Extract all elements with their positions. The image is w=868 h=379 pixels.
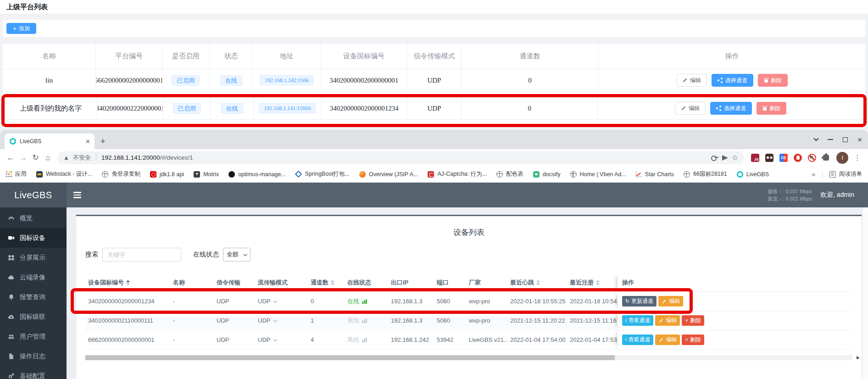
browser-menu-icon[interactable]: ⋮ xyxy=(854,153,861,162)
bookmarks-overflow-icon[interactable]: » xyxy=(812,171,815,178)
extensions-puzzle-icon[interactable] xyxy=(823,155,829,161)
bookmark-item[interactable]: Home | Vben Ad... xyxy=(570,171,626,178)
adblock-hand-icon[interactable] xyxy=(794,154,802,162)
select-channel-button[interactable]: 选择通道 xyxy=(712,74,753,87)
view-channels-button[interactable]: i查看通道 xyxy=(622,315,653,326)
apps-grid-icon xyxy=(6,171,12,177)
delete-button[interactable]: 删除 xyxy=(758,74,788,87)
page-title: 上级平台列表 xyxy=(0,0,868,14)
col-header-device-id[interactable]: 设备国标编号 xyxy=(85,279,170,287)
edit-button[interactable]: 编辑 xyxy=(675,102,706,115)
sidebar-item-overview[interactable]: 概览 xyxy=(0,208,67,228)
bookmark-star-icon[interactable]: ☆ xyxy=(732,154,738,162)
bookmark-item[interactable]: 配色表 xyxy=(496,170,523,178)
divider xyxy=(96,154,96,161)
cell-stream-mode[interactable]: UDP xyxy=(255,336,308,343)
security-warning[interactable]: 不安全 xyxy=(73,154,91,162)
sidebar-item-user-management[interactable]: 用户管理 xyxy=(0,327,67,346)
sidebar-item-gb-devices[interactable]: 国标设备 xyxy=(0,228,67,248)
js-extension-icon[interactable] xyxy=(751,154,759,162)
bookmark-item[interactable]: LiveGBS xyxy=(737,171,769,178)
url-input[interactable]: ▲ 不安全 192.168.1.141:20000/#/devices/1 ☆ xyxy=(57,151,744,164)
sidebar-item-cloud-recording[interactable]: 云端录像 xyxy=(0,268,67,287)
update-channels-button[interactable]: ↻更新通道 xyxy=(622,296,657,307)
bookmark-item[interactable]: 66国标28181 xyxy=(684,170,727,178)
bookmark-item[interactable]: SpringBoot打包... xyxy=(295,170,350,178)
browser-vertical-scrollbar[interactable] xyxy=(862,207,868,379)
close-icon[interactable]: × xyxy=(857,136,862,144)
new-tab-button[interactable]: + xyxy=(100,134,106,149)
forward-icon[interactable]: → xyxy=(17,153,29,162)
incognito-extension-icon[interactable] xyxy=(765,154,773,162)
edit-button[interactable]: 编辑 xyxy=(658,296,683,307)
password-key-icon[interactable] xyxy=(711,156,718,160)
bookmark-item[interactable]: 免登录复制 xyxy=(102,170,140,178)
tab-close-icon[interactable]: ✕ xyxy=(85,138,90,145)
bookmark-item[interactable]: AJ-Captcha: 行为... xyxy=(428,170,487,178)
online-status-label: 在线状态 xyxy=(193,251,219,259)
minimize-icon[interactable] xyxy=(828,139,833,140)
hamburger-menu-icon[interactable] xyxy=(73,192,81,198)
traffic-chart-icon[interactable] xyxy=(362,299,367,304)
sidebar-item-gb-cascade[interactable]: 国标级联 xyxy=(0,307,67,327)
select-channel-button[interactable]: 选择通道 xyxy=(710,102,752,115)
delete-button[interactable]: ×删除 xyxy=(682,315,704,326)
bookmark-item[interactable]: Motrix xyxy=(194,171,219,178)
sidebar-item-basic-config[interactable]: 基础配置 xyxy=(0,366,67,379)
sidebar-item-alarm-query[interactable]: 报警查询 xyxy=(0,287,67,307)
bookmark-item[interactable]: docsify xyxy=(533,171,561,178)
col-header-register[interactable]: 最近注册 xyxy=(567,279,618,287)
sort-icon[interactable] xyxy=(331,280,334,285)
tab-search-chevron-icon[interactable] xyxy=(813,136,818,141)
app-logo[interactable]: LiveGBS xyxy=(0,183,67,207)
cell-transport: UDP xyxy=(407,69,462,91)
sidebar-item-operation-log[interactable]: 操作日志 xyxy=(0,346,67,366)
bookmark-item[interactable]: jdk1.8 api xyxy=(150,171,184,178)
maximize-icon[interactable] xyxy=(843,137,848,142)
table-row-highlighted: 上级看到的我的名字 34020000002220000001 已启用 在线 19… xyxy=(5,97,863,120)
cell-device-id: 34020000002110000111 xyxy=(85,317,170,324)
sort-icon[interactable] xyxy=(126,280,130,285)
home-icon[interactable]: ⌂ xyxy=(42,153,54,162)
add-button[interactable]: + 添加 xyxy=(6,23,36,34)
col-header-channels[interactable]: 通道数 xyxy=(308,279,345,287)
bookmark-apps[interactable]: 应用 xyxy=(6,170,27,178)
profile-avatar[interactable]: I xyxy=(836,152,848,164)
cell-stream-mode[interactable]: UDP xyxy=(255,298,308,305)
send-icon[interactable] xyxy=(722,155,728,161)
reload-icon[interactable]: ↻ xyxy=(29,153,42,162)
horizontal-scrollbar[interactable]: ▶ xyxy=(85,355,852,360)
edit-button[interactable]: 编辑 xyxy=(655,315,680,326)
reading-list-button[interactable]: 阅读清单 xyxy=(829,170,862,178)
edit-button[interactable]: 编辑 xyxy=(676,74,707,87)
welcome-user[interactable]: 欢迎, admin xyxy=(820,191,854,199)
status-badge: 在线 xyxy=(220,75,242,86)
online-status-select[interactable]: 全部 xyxy=(223,248,250,262)
col-header-actions: 操作 xyxy=(618,273,852,291)
search-input[interactable] xyxy=(102,248,181,262)
divider xyxy=(822,170,823,178)
col-header-heartbeat[interactable]: 最近心跳 xyxy=(507,279,567,287)
delete-button[interactable]: ×删除 xyxy=(682,334,704,345)
bookmark-item[interactable]: Webstack - 设计... xyxy=(36,170,92,178)
sidebar-item-split-screen[interactable]: 分屏展示 xyxy=(0,248,67,268)
cell-online-status[interactable]: 在线 xyxy=(345,297,388,306)
cell-stream-mode[interactable]: UDP xyxy=(255,317,308,324)
col-header-channels: 通道数 xyxy=(462,44,599,69)
red-highlight-annotation: 上级看到的我的名字 34020000002220000001 已启用 在线 19… xyxy=(1,94,867,127)
bookmark-item[interactable]: optimus-manage... xyxy=(228,171,286,178)
delete-button[interactable]: 删除 xyxy=(757,102,786,115)
sort-icon[interactable] xyxy=(536,280,540,285)
blocker-extension-icon[interactable] xyxy=(808,154,816,162)
scroll-right-arrow-icon[interactable]: ▶ xyxy=(857,355,860,360)
view-channels-button[interactable]: i查看通道 xyxy=(622,334,653,345)
bookmark-item[interactable]: Star Charts xyxy=(636,171,674,178)
cell-status: 在线 xyxy=(211,97,254,119)
fe-extension-icon[interactable] xyxy=(779,154,788,162)
browser-tab[interactable]: LiveGBS ✕ xyxy=(5,134,95,149)
back-icon[interactable]: ← xyxy=(5,153,17,162)
bookmark-item[interactable]: Overview (JSIP A... xyxy=(359,171,418,178)
sort-icon[interactable] xyxy=(596,280,600,285)
scrollbar-thumb[interactable] xyxy=(85,355,615,360)
edit-button[interactable]: 编辑 xyxy=(655,334,680,345)
